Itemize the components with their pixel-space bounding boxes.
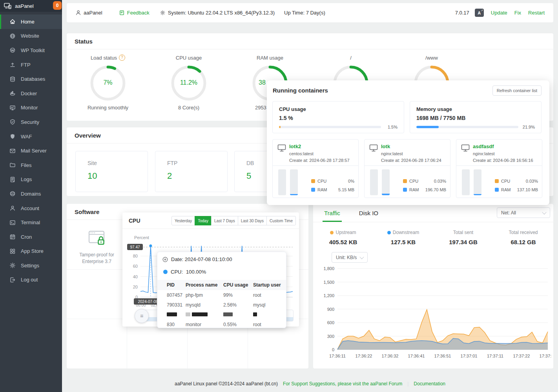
- sidebar-item-cron[interactable]: Cron: [0, 230, 62, 244]
- upstream-dot: [330, 231, 334, 234]
- sidebar-item-ftp[interactable]: FTP: [0, 58, 62, 72]
- home-icon: [9, 18, 16, 25]
- shield-filled-icon: [9, 133, 16, 140]
- cpu-legend-swatch: [311, 179, 315, 183]
- copyright: aaPanel Linux panel ©2014-2024 aaPanel (…: [175, 381, 278, 387]
- tab-last-30-days[interactable]: Last 30 Days: [238, 216, 267, 225]
- overview-site[interactable]: Site 10: [75, 151, 148, 192]
- running-containers-modal: Running containers Refresh container lis…: [267, 80, 549, 205]
- net-select[interactable]: Net: All: [497, 207, 550, 218]
- svg-text:17:36:32: 17:36:32: [382, 354, 399, 358]
- sidebar-item-home[interactable]: Home: [0, 15, 62, 29]
- memory-progress-fill: [416, 126, 439, 128]
- clock-icon: [162, 257, 168, 262]
- sidebar-item-app-store[interactable]: App Store: [0, 244, 62, 259]
- uptime: Up Time: 7 Day(s): [284, 10, 325, 16]
- downstream-dot: [387, 231, 391, 234]
- tab-today[interactable]: Today: [195, 216, 212, 225]
- svg-text:80: 80: [133, 254, 138, 258]
- chevron-down-icon: [359, 254, 364, 259]
- svg-text:20: 20: [133, 285, 138, 289]
- version: 7.0.17: [455, 10, 469, 16]
- gauge-cpu-usage: CPU usage 11.2% 8 Core(s): [155, 54, 222, 111]
- sidebar-item-databases[interactable]: Databases: [0, 72, 62, 86]
- logout-icon: [9, 277, 16, 283]
- sidebar-item-account[interactable]: Account: [0, 201, 62, 216]
- svg-text:300: 300: [327, 334, 334, 339]
- tab-yesterday[interactable]: Yesterday: [171, 216, 195, 225]
- sidebar-item-website[interactable]: Website: [0, 29, 62, 44]
- help-icon[interactable]: ?: [119, 54, 125, 61]
- globe-lines-icon: [9, 191, 16, 197]
- database-icon: [9, 76, 16, 82]
- traffic-stats: Upstream 405.52 KB Downstream 127.5 KB T…: [313, 230, 553, 245]
- svg-text:17:36:51: 17:36:51: [434, 354, 451, 358]
- software-item-tamper-proof[interactable]: Tamper-proof forEnterprise 3.7: [67, 220, 127, 270]
- sidebar-item-files[interactable]: Files: [0, 158, 62, 172]
- update-available-icon[interactable]: A↗: [475, 9, 484, 17]
- wordpress-icon: [9, 47, 16, 53]
- tooltip-date: Date: 2024-07-08 01:10:00: [171, 256, 232, 262]
- topbar-user[interactable]: aaPanel: [75, 10, 102, 16]
- sidebar: aaPanel 0 Home Website WP Toolkit FTP Da…: [0, 0, 62, 392]
- tab-last-7-days[interactable]: Last 7 Days: [211, 216, 238, 225]
- unit-select[interactable]: Unit: KB/s: [332, 252, 368, 263]
- traffic-card: Traffic Disk IO Net: All Upstream 405.52…: [313, 204, 553, 368]
- cpu-bar: [462, 169, 470, 195]
- support-forum-link[interactable]: For Support Suggestions, please visit th…: [283, 381, 402, 387]
- container-card-asdfasdf[interactable]: asdfasdf nginx:latest Create at: 2024-06…: [456, 139, 542, 198]
- table-row-redacted: [157, 310, 286, 319]
- sidebar-item-docker[interactable]: Docker: [0, 86, 62, 101]
- documentation-link[interactable]: Documentation: [414, 381, 445, 387]
- sidebar-header: aaPanel 0: [0, 0, 62, 12]
- tab-traffic[interactable]: Traffic: [323, 204, 342, 222]
- user-icon: [75, 10, 81, 16]
- svg-text:1,500: 1,500: [323, 280, 334, 285]
- tab-disk-io[interactable]: Disk IO: [357, 204, 380, 222]
- browser-lock-icon: [88, 230, 106, 246]
- svg-text:17:36:41: 17:36:41: [408, 354, 425, 358]
- table-row: 807457 php-fpm 99% root: [157, 290, 286, 300]
- aapanel-dashboard: aaPanel 0 Home Website WP Toolkit FTP Da…: [0, 0, 558, 392]
- restart-link[interactable]: Restart: [528, 10, 545, 16]
- svg-text:17:36:22: 17:36:22: [356, 354, 372, 358]
- sidebar-item-domains[interactable]: Domains: [0, 187, 62, 201]
- calendar-icon: [9, 234, 16, 240]
- monitor-chart-icon: [9, 105, 16, 111]
- cpu-progress-fill: [279, 126, 281, 128]
- overview-ftp[interactable]: FTP 2: [155, 151, 228, 192]
- sidebar-item-settings[interactable]: Settings: [0, 258, 62, 273]
- update-link[interactable]: Update: [491, 10, 507, 16]
- feedback-link[interactable]: Feedback: [119, 10, 150, 16]
- sidebar-item-mail-server[interactable]: Mail Server: [0, 143, 62, 158]
- software-cell-empty: [67, 319, 127, 368]
- slider-handle-icon[interactable]: ≡: [135, 309, 149, 323]
- sidebar-item-log-out[interactable]: Log out: [0, 273, 62, 287]
- y-axis-max-badge: 97.47: [127, 244, 143, 250]
- svg-text:60: 60: [133, 264, 138, 269]
- refresh-container-list-button[interactable]: Refresh container list: [492, 85, 542, 96]
- svg-text:0: 0: [332, 347, 334, 352]
- container-icon: [369, 144, 378, 152]
- sidebar-item-wp-toolkit[interactable]: WP Toolkit: [0, 43, 62, 58]
- container-card-lotk2[interactable]: lotk2 centos:latest Create at: 2024-06-2…: [272, 139, 359, 198]
- svg-text:17:37:33: 17:37:33: [540, 354, 552, 358]
- svg-text:1,800: 1,800: [323, 266, 334, 271]
- sidebar-item-monitor[interactable]: Monitor: [0, 101, 62, 115]
- software-cell-empty: [67, 270, 127, 319]
- cpu-series-dot: [163, 270, 168, 274]
- sidebar-item-logs[interactable]: Logs: [0, 172, 62, 187]
- ram-legend-swatch: [403, 188, 407, 192]
- topbar: aaPanel Feedback System: Ubuntu 22.04.2 …: [67, 3, 553, 22]
- sidebar-item-security[interactable]: Security: [0, 115, 62, 129]
- container-card-lotk[interactable]: lotk nginx:latest Create at: 2024-06-28 …: [364, 139, 450, 198]
- app-title: aaPanel: [15, 3, 34, 9]
- fix-link[interactable]: Fix: [514, 10, 521, 16]
- sidebar-item-terminal[interactable]: Terminal: [0, 215, 62, 230]
- sidebar-item-waf[interactable]: WAF: [0, 129, 62, 144]
- svg-text:17:36:11: 17:36:11: [329, 354, 346, 358]
- footer: aaPanel Linux panel ©2014-2024 aaPanel (…: [62, 381, 558, 387]
- gear-icon: [9, 262, 16, 269]
- notification-badge[interactable]: 0: [53, 1, 62, 10]
- tab-custom-time[interactable]: Custom Time: [266, 216, 296, 225]
